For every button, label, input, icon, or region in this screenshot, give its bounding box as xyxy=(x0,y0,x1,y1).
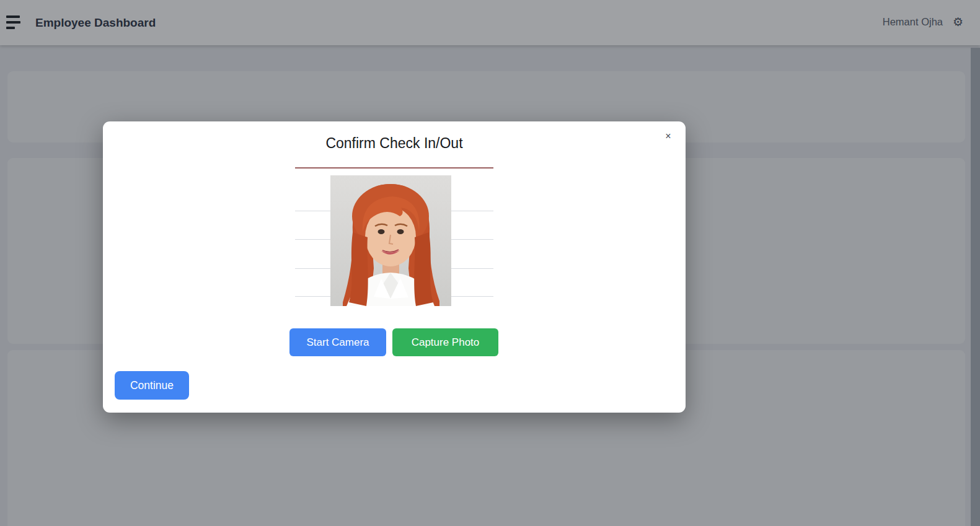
captured-photo xyxy=(330,175,451,306)
confirm-checkinout-modal: × Confirm Check In/Out xyxy=(103,121,686,413)
close-icon[interactable]: × xyxy=(661,129,676,144)
capture-photo-button[interactable]: Capture Photo xyxy=(392,328,498,356)
start-camera-button[interactable]: Start Camera xyxy=(289,328,386,356)
divider xyxy=(295,167,493,169)
modal-title: Confirm Check In/Out xyxy=(103,135,686,152)
continue-button[interactable]: Continue xyxy=(115,371,189,400)
